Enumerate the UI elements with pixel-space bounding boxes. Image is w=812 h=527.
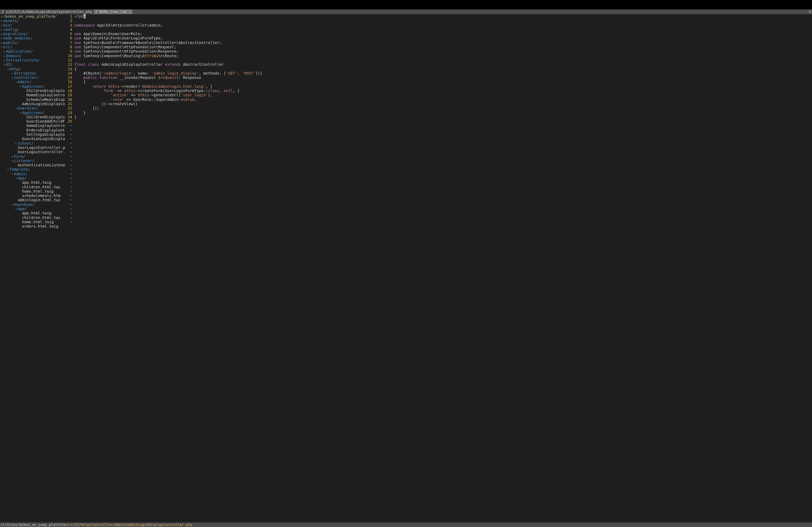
tab-close-button[interactable]: X <box>809 10 811 14</box>
tree-file-item[interactable]: HomeDisplayContro <box>0 93 65 97</box>
tree-file-item[interactable]: UserLoginController.p <box>0 146 65 150</box>
expand-down-icon[interactable]: ▾ <box>3 62 6 66</box>
tree-file-item[interactable]: children.html.twi <box>0 185 65 189</box>
expand-down-icon[interactable]: ▾ <box>7 67 10 71</box>
code-line[interactable]: final class AdminLoginDisplayController … <box>74 62 812 66</box>
code-line[interactable]: #[Route('/admin/login', name: 'admin_log… <box>74 71 812 75</box>
tree-file-item[interactable]: OrdersDisplayCont <box>0 128 65 132</box>
expand-down-icon[interactable]: ▾ <box>11 75 14 80</box>
tree-dir-item[interactable]: ▾src/ <box>0 45 65 49</box>
tree-file-item[interactable]: UserLogoutController. <box>0 150 65 154</box>
code-area[interactable]: <?php namespace App\UI\Http\Controller\A… <box>74 14 812 523</box>
expand-right-icon[interactable]: ▸ <box>1 23 3 27</box>
expand-down-icon[interactable]: ▾ <box>7 167 10 171</box>
tree-file-item[interactable]: app.html.twig <box>0 211 65 215</box>
expand-right-icon[interactable]: ▸ <box>1 41 3 45</box>
tree-file-item[interactable]: AdminLoginDisplayCo <box>0 102 65 106</box>
expand-right-icon[interactable]: ▸ <box>1 36 3 40</box>
expand-down-icon[interactable]: ▾ <box>11 172 14 176</box>
code-line[interactable]: namespace App\UI\Http\Controller\Admin; <box>74 23 812 27</box>
tree-dir-item[interactable]: ▸assets/ <box>0 18 65 23</box>
tree-file-item[interactable]: schedulemeals.htm <box>0 194 65 198</box>
code-line[interactable]: } <box>74 110 812 115</box>
tree-dir-item[interactable]: ▸public/ <box>0 41 65 45</box>
code-line[interactable] <box>74 58 812 62</box>
code-line[interactable]: use App\Domain\Enums\UserRole; <box>74 32 812 36</box>
tree-dir-item[interactable]: ▸node_modules/ <box>0 36 65 40</box>
tab-editor[interactable]: 2 s/U/H/C/A/AdminLoginDisplayController.… <box>0 10 94 14</box>
tree-dir-item[interactable]: ▾Guardian/ <box>0 106 65 110</box>
tree-dir-item[interactable]: ▸Form/ <box>0 154 65 159</box>
expand-right-icon[interactable]: ▸ <box>15 141 18 146</box>
tree-dir-item[interactable]: ▾AppScreen/ <box>0 84 65 89</box>
expand-right-icon[interactable]: ▸ <box>1 32 3 36</box>
expand-right-icon[interactable]: ▸ <box>11 154 14 159</box>
tree-dir-item[interactable]: ▾AppScreen/ <box>0 110 65 115</box>
tree-file-item[interactable]: adminlogin.html.twi <box>0 198 65 202</box>
tree-file-item[interactable]: children.html.twi <box>0 215 65 220</box>
tree-dir-item[interactable]: ▸Attribute/ <box>0 71 65 75</box>
tree-dir-item[interactable]: ▸School/ <box>0 141 65 146</box>
tree-dir-item[interactable]: ▸Domain/ <box>0 54 65 58</box>
tree-dir-item[interactable]: ▾UI/ <box>0 62 65 66</box>
expand-down-icon[interactable]: ▾ <box>19 110 22 115</box>
code-line[interactable]: public function __invoke(Request $reques… <box>74 75 812 80</box>
tree-dir-item[interactable]: ▾Template/ <box>0 167 65 171</box>
tree-dir-item[interactable]: ▸Application/ <box>0 49 65 54</box>
tree-dir-item[interactable]: ▸config/ <box>0 27 65 32</box>
tree-dir-item[interactable]: ▾Http/ <box>0 67 65 71</box>
code-line[interactable]: } <box>74 115 812 119</box>
code-line[interactable]: return $this->render('@admin/adminlogin.… <box>74 84 812 89</box>
tree-file-item[interactable]: ChildrenDisplayCo <box>0 89 65 93</box>
expand-down-icon[interactable]: ▾ <box>15 207 18 211</box>
tree-dir-item[interactable]: ▸bin/ <box>0 23 65 27</box>
tree-file-item[interactable]: app.html.twig <box>0 180 65 185</box>
expand-right-icon[interactable]: ▸ <box>3 58 6 62</box>
tree-dir-item[interactable]: ▾Listener/ <box>0 159 65 163</box>
code-line[interactable]: ]); <box>74 106 812 110</box>
code-line[interactable]: 'action' => $this->generateUrl('user_log… <box>74 93 812 97</box>
tree-dir-item[interactable]: ▾Controller/ <box>0 75 65 80</box>
expand-down-icon[interactable]: ▾ <box>11 202 14 207</box>
tree-file-item[interactable]: home.html.twig <box>0 220 65 224</box>
tree-dir-item[interactable]: ▾App/ <box>0 176 65 180</box>
tree-file-item[interactable]: GuardianAddChildF <box>0 119 65 123</box>
code-line[interactable]: ])->createView() <box>74 102 812 106</box>
code-line[interactable]: use App\UI\Http\Form\UserLoginFormType; <box>74 36 812 40</box>
code-line[interactable]: { <box>74 80 812 84</box>
expand-right-icon[interactable]: ▸ <box>1 27 3 32</box>
tree-file-item[interactable]: orders.html.twig <box>0 224 65 228</box>
code-line[interactable] <box>74 27 812 32</box>
code-line[interactable]: use Symfony\Component\HttpFoundation\Req… <box>74 45 812 49</box>
tree-root[interactable]: </bokes_en_soep_platform/ <box>0 14 65 18</box>
tree-file-item[interactable]: ScheduleMealsDisp <box>0 97 65 102</box>
tree-file-item[interactable]: HomeDisplayContro <box>0 123 65 128</box>
tree-file-item[interactable]: GuardianLoginDispla <box>0 137 65 141</box>
expand-down-icon[interactable]: ▾ <box>11 159 14 163</box>
code-line[interactable] <box>74 18 812 23</box>
tree-dir-item[interactable]: ▾Admin/ <box>0 80 65 84</box>
tree-file-item[interactable]: AuthenticationListene <box>0 163 65 167</box>
tree-dir-item[interactable]: ▾App/ <box>0 207 65 211</box>
nerdtree-panel[interactable]: </bokes_en_soep_platform/ ▸assets/▸bin/▸… <box>0 14 65 523</box>
code-line[interactable]: <?php <box>74 14 812 18</box>
code-line[interactable]: 'role' => UserRole::SuperAdmin->value, <box>74 97 812 102</box>
code-line[interactable] <box>74 119 812 123</box>
expand-down-icon[interactable]: ▾ <box>15 106 18 110</box>
expand-right-icon[interactable]: ▸ <box>1 18 3 23</box>
code-line[interactable]: use Symfony\Component\Routing\Attribute\… <box>74 54 812 58</box>
editor-panel[interactable]: 1234567891011121314151617181920212223242… <box>65 14 812 523</box>
tree-file-item[interactable]: ChildrenDisplayCo <box>0 115 65 119</box>
expand-down-icon[interactable]: ▾ <box>1 45 3 49</box>
code-line[interactable]: 'form' => $this->createForm(UserLoginFor… <box>74 89 812 93</box>
tree-dir-item[interactable]: ▸Infrastructure/ <box>0 58 65 62</box>
tree-dir-item[interactable]: ▾Admin/ <box>0 172 65 176</box>
code-line[interactable]: { <box>74 67 812 71</box>
tab-nerdtree[interactable]: 2 NERD_tree_tab_1 <box>94 10 133 14</box>
expand-right-icon[interactable]: ▸ <box>11 71 14 75</box>
code-line[interactable]: use Symfony\Bundle\FrameworkBundle\Contr… <box>74 41 812 45</box>
code-line[interactable]: use Symfony\Component\HttpFoundation\Res… <box>74 49 812 54</box>
expand-down-icon[interactable]: ▾ <box>19 84 22 89</box>
expand-right-icon[interactable]: ▸ <box>3 54 6 58</box>
tree-file-item[interactable]: SettingsDisplayCo <box>0 132 65 137</box>
